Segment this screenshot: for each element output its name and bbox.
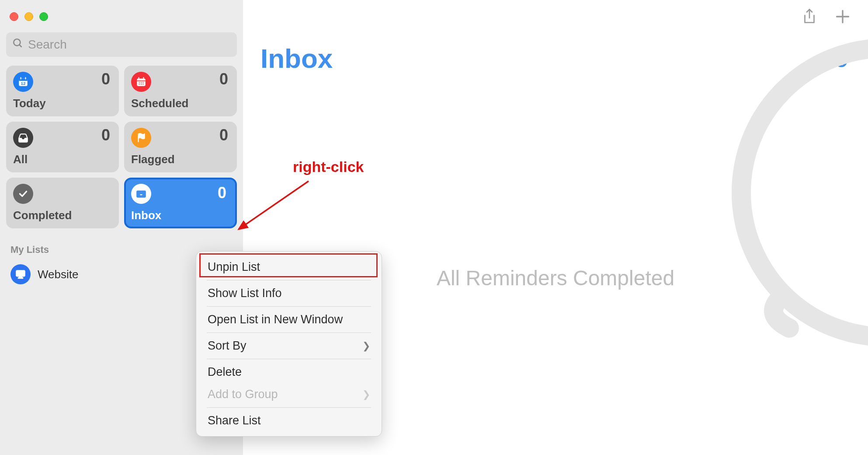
smart-lists-grid: 12 0 Today 0 Scheduled 0 All 0 — [6, 66, 237, 228]
smart-tile-label: Completed — [13, 209, 111, 222]
menu-separator — [207, 359, 371, 359]
menu-item-open-new-window[interactable]: Open List in New Window — [196, 308, 382, 331]
menu-item-share-list[interactable]: Share List — [196, 410, 382, 432]
menu-separator — [207, 306, 371, 307]
smart-tile-label: All — [13, 153, 111, 166]
svg-point-14 — [139, 84, 140, 84]
smart-tile-count: 0 — [219, 70, 228, 88]
share-button[interactable] — [802, 8, 817, 27]
svg-rect-8 — [139, 77, 139, 79]
chevron-right-icon: ❯ — [362, 340, 370, 352]
checkmark-icon — [13, 184, 33, 204]
smart-tile-label: Flagged — [131, 153, 229, 166]
search-field[interactable] — [6, 32, 237, 57]
menu-separator — [207, 407, 371, 408]
smart-tile-count: 0 — [101, 126, 110, 144]
svg-rect-18 — [16, 270, 25, 276]
svg-text:12: 12 — [21, 81, 26, 86]
empty-state-text: All Reminders Completed — [437, 266, 674, 290]
search-input[interactable] — [28, 38, 231, 52]
svg-point-16 — [142, 84, 143, 84]
add-button[interactable] — [835, 9, 851, 26]
svg-rect-5 — [25, 77, 26, 79]
menu-item-delete[interactable]: Delete — [196, 361, 382, 383]
svg-point-0 — [14, 39, 20, 46]
svg-rect-4 — [21, 77, 21, 79]
svg-point-23 — [741, 48, 868, 337]
svg-rect-20 — [18, 278, 23, 279]
menu-item-show-list-info[interactable]: Show List Info — [196, 282, 382, 304]
page-count: 0 — [834, 42, 849, 73]
tray-icon — [13, 128, 33, 148]
smart-tile-label: Today — [13, 97, 111, 110]
smart-tile-count: 0 — [218, 184, 226, 202]
svg-point-15 — [141, 84, 142, 84]
search-icon — [12, 38, 24, 52]
smart-tile-count: 0 — [219, 126, 228, 144]
smart-tile-completed[interactable]: Completed — [6, 178, 119, 228]
window-close-button[interactable] — [10, 12, 18, 21]
smart-tile-all[interactable]: 0 All — [6, 122, 119, 172]
smart-tile-flagged[interactable]: 0 Flagged — [124, 122, 237, 172]
smart-tile-label: Inbox — [131, 209, 229, 222]
toolbar — [802, 8, 851, 27]
svg-line-1 — [19, 45, 21, 47]
menu-item-sort-by[interactable]: Sort By ❯ — [196, 335, 382, 357]
menu-separator — [207, 280, 371, 280]
inbox-icon — [131, 184, 151, 204]
menu-item-unpin-list[interactable]: Unpin List — [196, 256, 382, 278]
svg-point-12 — [141, 82, 142, 83]
context-menu: Unpin List Show List Info Open List in N… — [196, 251, 382, 437]
menu-item-add-to-group: Add to Group ❯ — [196, 383, 382, 406]
smart-tile-label: Scheduled — [131, 97, 229, 110]
window-maximize-button[interactable] — [39, 12, 48, 21]
calendar-today-icon: 12 — [13, 72, 33, 92]
svg-rect-9 — [143, 77, 144, 79]
window-minimize-button[interactable] — [24, 12, 33, 21]
window-controls — [6, 8, 237, 32]
smart-tile-scheduled[interactable]: 0 Scheduled — [124, 66, 237, 116]
smart-tile-today[interactable]: 12 0 Today — [6, 66, 119, 116]
svg-point-13 — [142, 82, 143, 83]
chevron-right-icon: ❯ — [362, 389, 370, 400]
calendar-icon — [131, 72, 151, 92]
menu-separator — [207, 332, 371, 333]
svg-point-11 — [139, 82, 140, 83]
flag-icon — [131, 128, 151, 148]
display-icon — [10, 264, 31, 284]
annotation-label: right-click — [293, 158, 364, 175]
smart-tile-count: 0 — [101, 70, 110, 88]
list-item-label: Website — [38, 268, 78, 281]
smart-tile-inbox[interactable]: 0 Inbox — [124, 178, 237, 228]
page-title: Inbox — [260, 0, 851, 74]
